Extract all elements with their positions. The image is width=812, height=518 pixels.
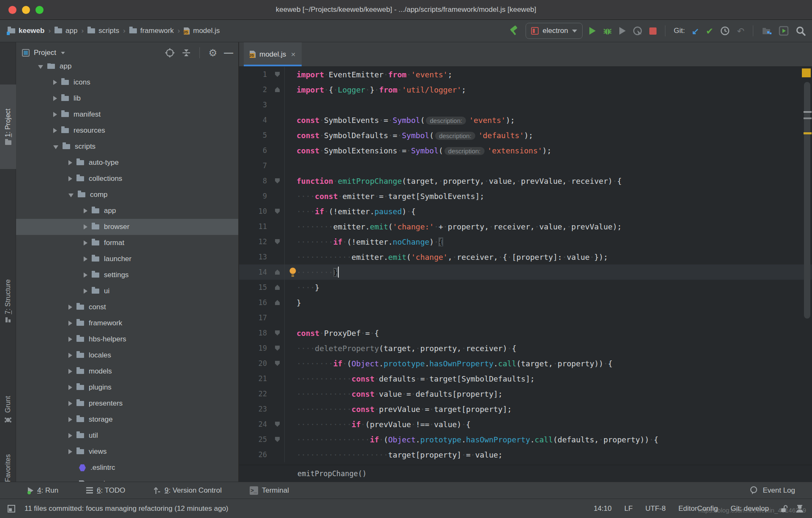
hide-panel-minus-icon[interactable]: — <box>224 47 233 58</box>
code-line-22[interactable]: 22············const·value·=·defaults[pro… <box>239 386 812 401</box>
tree-row-presenters[interactable]: presenters <box>16 395 238 412</box>
tree-expand-arrow-icon[interactable] <box>53 145 58 149</box>
debug-bug-icon[interactable] <box>602 26 613 36</box>
tree-row-browser[interactable]: browser <box>16 219 238 235</box>
breadcrumb-item[interactable]: model.js <box>184 27 220 35</box>
stripe-mark[interactable] <box>804 117 812 119</box>
tree-row-settings[interactable]: settings <box>16 267 238 283</box>
run-anything-icon[interactable] <box>779 26 789 36</box>
status-item-git[interactable]: Git: develop <box>730 504 769 513</box>
tree-row-locales[interactable]: locales <box>16 347 238 363</box>
tree-expand-arrow-icon[interactable] <box>84 256 87 262</box>
tab-model-js[interactable]: model.js ✕ <box>244 42 302 66</box>
tree-row-lib[interactable]: lib <box>16 90 238 106</box>
tree-expand-arrow-icon[interactable] <box>84 240 87 245</box>
fold-marker-icon[interactable] <box>275 72 280 77</box>
tree-row-util[interactable]: util <box>16 428 238 444</box>
history-clock-icon[interactable] <box>720 26 730 36</box>
gutter-fold-column[interactable] <box>270 341 285 356</box>
code-line-23[interactable]: 23············const·prevValue·=·target[p… <box>239 401 812 417</box>
code-line-7[interactable]: 7 <box>239 158 812 173</box>
code-line-26[interactable]: 26····················target[property]·=… <box>239 447 812 462</box>
search-everywhere-icon[interactable] <box>796 26 806 36</box>
tree-row-.eslintrc[interactable]: .eslintrc <box>16 460 238 476</box>
changed-files-icon[interactable] <box>762 26 772 35</box>
toolwindow-button-version-control[interactable]: 9: Version Control <box>153 486 222 495</box>
code-line-16[interactable]: 16} <box>239 295 812 310</box>
tree-expand-arrow-icon[interactable] <box>84 208 87 213</box>
tree-row-models[interactable]: models <box>16 363 238 379</box>
breadcrumb-item[interactable]: framework <box>129 27 174 35</box>
gutter-fold-column[interactable] <box>270 234 285 249</box>
tree-expand-arrow-icon[interactable] <box>68 449 72 454</box>
fold-marker-icon[interactable] <box>275 270 280 275</box>
tree-row-app[interactable]: app <box>16 203 238 219</box>
tree-expand-arrow-icon[interactable] <box>53 128 57 133</box>
tree-row-icons[interactable]: icons <box>16 74 238 90</box>
fold-marker-icon[interactable] <box>275 422 280 427</box>
code-line-11[interactable]: 11········emitter.emit('change:'·+·prope… <box>239 219 812 234</box>
run-configuration-select[interactable]: electron <box>526 23 582 39</box>
tree-row-hbs-helpers[interactable]: hbs-helpers <box>16 331 238 347</box>
run-button[interactable] <box>589 27 596 35</box>
tree-expand-arrow-icon[interactable] <box>68 401 72 406</box>
gutter-fold-column[interactable] <box>270 325 285 341</box>
code-line-3[interactable]: 3 <box>239 97 812 112</box>
tree-row-manifest[interactable]: manifest <box>16 106 238 123</box>
code-line-19[interactable]: 19····deleteProperty(target,·property,·r… <box>239 341 812 356</box>
code-line-15[interactable]: 15····} <box>239 280 812 295</box>
tree-expand-arrow-icon[interactable] <box>53 96 57 101</box>
fold-marker-icon[interactable] <box>275 285 280 290</box>
fold-marker-icon[interactable] <box>275 346 280 351</box>
code-editor[interactable]: 1import·EventEmitter·from·'events';2impo… <box>239 67 812 465</box>
gutter-fold-column[interactable] <box>270 356 285 371</box>
stop-button[interactable] <box>649 27 657 35</box>
tree-expand-arrow-icon[interactable] <box>68 160 72 165</box>
code-line-24[interactable]: 24············if·(prevValue·!==·value)·{ <box>239 417 812 432</box>
project-panel-title[interactable]: Project <box>34 49 56 57</box>
code-line-1[interactable]: 1import·EventEmitter·from·'events'; <box>239 67 812 82</box>
tree-row-app.js[interactable]: app.js <box>16 476 238 482</box>
status-item-14[interactable]: 14:10 <box>594 504 612 513</box>
toolwindow-toggle-icon[interactable] <box>8 505 15 513</box>
code-line-14[interactable]: 14········} <box>239 264 812 280</box>
status-item-lf[interactable]: LF <box>624 504 633 513</box>
gutter-fold-column[interactable] <box>270 295 285 310</box>
code-line-25[interactable]: 25················if·(Object.prototype.h… <box>239 432 812 447</box>
tree-row-resources[interactable]: resources <box>16 123 238 139</box>
tree-expand-arrow-icon[interactable] <box>68 337 72 342</box>
gutter-fold-column[interactable] <box>270 264 285 280</box>
tree-row-comp[interactable]: comp <box>16 187 238 203</box>
code-line-8[interactable]: 8function·emitPropChange(target,·propert… <box>239 173 812 188</box>
toolwindow-button-run[interactable]: 4: Run <box>22 486 58 495</box>
tree-row-app[interactable]: app <box>16 63 238 74</box>
fold-marker-icon[interactable] <box>275 300 280 305</box>
tree-row-collections[interactable]: collections <box>16 171 238 187</box>
tree-row-launcher[interactable]: launcher <box>16 251 238 267</box>
code-line-20[interactable]: 20········if·(Object.prototype.hasOwnPro… <box>239 356 812 371</box>
code-line-5[interactable]: 5const·SymbolDefaults·=·Symbol(descripti… <box>239 128 812 143</box>
code-line-17[interactable]: 17 <box>239 310 812 325</box>
fold-marker-icon[interactable] <box>275 361 280 366</box>
tree-expand-arrow-icon[interactable] <box>68 433 72 438</box>
code-line-2[interactable]: 2import·{·Logger·}·from·'util/logger'; <box>239 82 812 97</box>
code-line-21[interactable]: 21············const·defaults·=·target[Sy… <box>239 371 812 386</box>
current-function-breadcrumb[interactable]: emitPropChange() <box>297 469 367 478</box>
locate-file-crosshair-icon[interactable] <box>165 48 175 58</box>
gutter-fold-column[interactable] <box>270 67 285 82</box>
strip-button-project[interactable]: 1: Project <box>0 85 16 169</box>
event-log-label[interactable]: Event Log <box>763 486 795 495</box>
tree-row-framework[interactable]: framework <box>16 315 238 331</box>
gutter-fold-column[interactable] <box>270 280 285 295</box>
gutter-fold-column[interactable] <box>270 432 285 447</box>
code-line-12[interactable]: 12········if·(!emitter.noChange)·{ <box>239 234 812 249</box>
tree-expand-arrow-icon[interactable] <box>53 112 57 117</box>
code-line-4[interactable]: 4const·SymbolEvents·=·Symbol(description… <box>239 112 812 128</box>
tree-row-const[interactable]: const <box>16 299 238 315</box>
breadcrumb-item[interactable]: scripts <box>87 27 119 35</box>
stripe-warning-mark[interactable] <box>804 132 812 134</box>
fold-marker-icon[interactable] <box>275 209 280 214</box>
tree-expand-arrow-icon[interactable] <box>68 176 72 181</box>
tree-expand-arrow-icon[interactable] <box>68 305 72 310</box>
tree-row-storage[interactable]: storage <box>16 412 238 428</box>
